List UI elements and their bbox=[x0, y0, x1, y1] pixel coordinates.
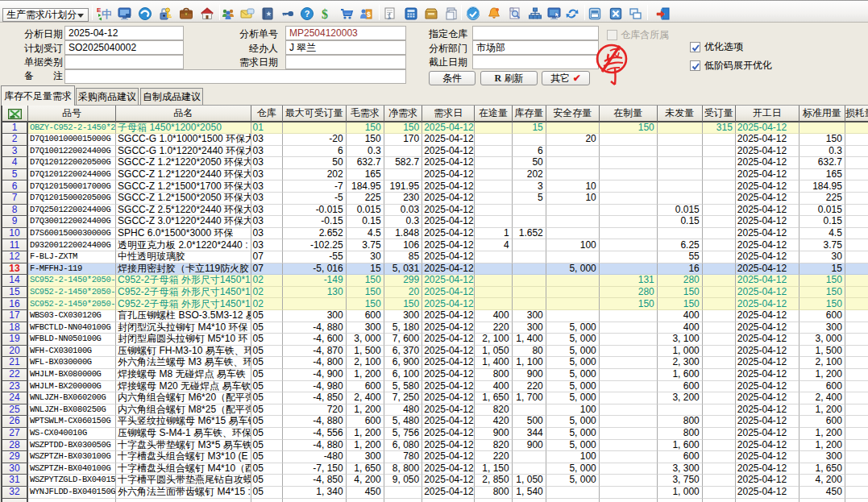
svg-text:$: $ bbox=[322, 7, 328, 21]
svg-text:中: 中 bbox=[102, 8, 111, 20]
svg-text:?: ? bbox=[305, 9, 310, 19]
svg-text:$: $ bbox=[367, 10, 371, 19]
